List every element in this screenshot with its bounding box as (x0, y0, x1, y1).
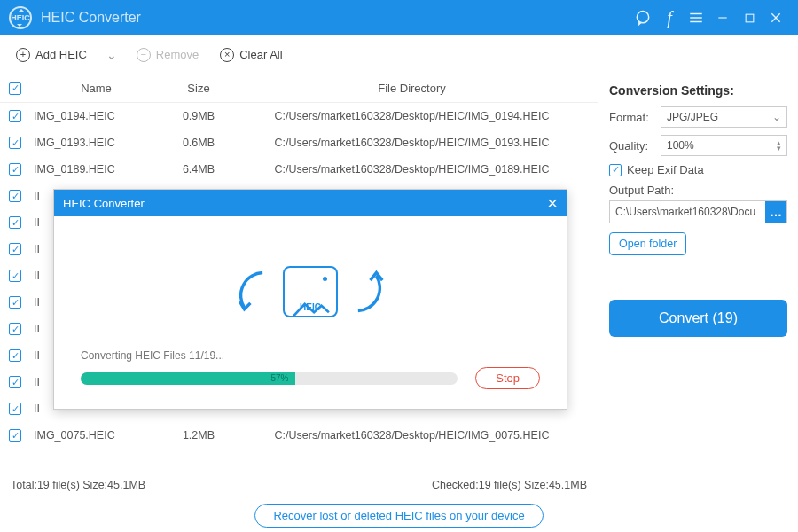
output-path-label: Output Path: (609, 184, 787, 197)
app-title: HEIC Converter (41, 10, 141, 26)
format-select[interactable]: JPG/JPEG ⌄ (661, 106, 787, 128)
minimize-icon[interactable] (709, 4, 736, 31)
app-logo-icon: HEIC (9, 6, 32, 29)
keep-exif-checkbox[interactable] (609, 164, 622, 176)
file-dir: C:/Users/market160328/Desktop/HEIC/IMG_0… (239, 110, 585, 122)
row-checkbox[interactable] (9, 243, 21, 255)
checked-status: Checked:19 file(s) Size:45.1MB (432, 479, 587, 491)
remove-button[interactable]: − Remove (131, 44, 204, 66)
format-label: Format: (609, 111, 655, 124)
row-checkbox[interactable] (9, 110, 21, 122)
chevron-down-icon: ⌄ (772, 111, 781, 123)
add-dropdown-chevron[interactable]: ⌄ (103, 48, 121, 62)
total-status: Total:19 file(s) Size:45.1MB (11, 479, 145, 491)
toolbar: + Add HEIC ⌄ − Remove × Clear All (0, 35, 798, 74)
table-header: Name Size File Directory (0, 74, 598, 103)
row-checkbox[interactable] (9, 163, 21, 176)
arrow-right-icon (348, 265, 387, 318)
row-checkbox[interactable] (9, 323, 21, 335)
facebook-icon[interactable]: f (656, 4, 683, 31)
file-name: IMG_0189.HEIC (30, 163, 159, 176)
conversion-animation: HEIC (81, 234, 540, 349)
quality-label: Quality: (609, 139, 655, 153)
row-checkbox[interactable] (9, 349, 21, 362)
quality-stepper[interactable]: 100% ▴▾ (661, 135, 787, 156)
progress-dialog: HEIC Converter × HEIC Converting HEIC Fi… (53, 189, 567, 410)
keep-exif-label: Keep Exif Data (627, 163, 704, 176)
table-row[interactable]: IMG_0193.HEIC0.6MBC:/Users/market160328/… (0, 129, 598, 156)
dialog-title: HEIC Converter (63, 197, 145, 210)
convert-button[interactable]: Convert (19) (609, 300, 787, 337)
row-checkbox[interactable] (9, 137, 21, 149)
col-dir[interactable]: File Directory (239, 82, 585, 95)
progress-bar: 57% (81, 372, 458, 385)
file-name: IMG_0194.HEIC (30, 110, 159, 122)
feedback-icon[interactable] (630, 4, 656, 31)
dialog-close-icon[interactable]: × (547, 194, 558, 212)
col-name[interactable]: Name (30, 82, 159, 95)
table-row[interactable]: IMG_0194.HEIC0.9MBC:/Users/market160328/… (0, 103, 598, 129)
stop-button[interactable]: Stop (475, 367, 540, 389)
select-all-checkbox[interactable] (9, 82, 21, 95)
row-checkbox[interactable] (9, 296, 21, 309)
titlebar: HEIC HEIC Converter f (0, 0, 798, 35)
add-heic-button[interactable]: + Add HEIC (11, 44, 92, 66)
file-size: 6.4MB (159, 163, 239, 176)
row-checkbox[interactable] (9, 270, 21, 282)
row-checkbox[interactable] (9, 216, 21, 229)
file-name: IMG_0075.HEIC (30, 429, 159, 442)
settings-panel: Conversion Settings: Format: JPG/JPEG ⌄ … (598, 74, 798, 497)
file-size: 0.9MB (159, 110, 239, 122)
maximize-icon[interactable] (736, 4, 763, 31)
settings-heading: Conversion Settings: (609, 83, 787, 98)
table-row[interactable]: IMG_0189.HEIC6.4MBC:/Users/market160328/… (0, 156, 598, 183)
stepper-icon: ▴▾ (777, 140, 781, 152)
arrow-left-icon (233, 265, 272, 318)
file-dir: C:/Users/market160328/Desktop/HEIC/IMG_0… (239, 137, 585, 149)
heic-file-icon: HEIC (283, 266, 338, 317)
file-dir: C:/Users/market160328/Desktop/HEIC/IMG_0… (239, 163, 585, 176)
quality-value: 100% (667, 139, 694, 152)
col-size[interactable]: Size (159, 82, 239, 95)
progress-fill: 57% (81, 372, 295, 385)
file-dir: C:/Users/market160328/Desktop/HEIC/IMG_0… (239, 429, 585, 442)
progress-text: Converting HEIC Files 11/19... (81, 349, 540, 362)
status-bar: Total:19 file(s) Size:45.1MB Checked:19 … (0, 473, 598, 497)
x-icon: × (220, 48, 234, 62)
open-folder-button[interactable]: Open folder (609, 232, 686, 255)
output-path-input[interactable] (610, 206, 765, 218)
row-checkbox[interactable] (9, 190, 21, 202)
row-checkbox[interactable] (9, 429, 21, 442)
table-row[interactable]: IMG_0075.HEIC1.2MBC:/Users/market160328/… (0, 422, 598, 449)
footer: Recover lost or deleted HEIC files on yo… (0, 497, 798, 532)
add-heic-label: Add HEIC (35, 48, 87, 61)
row-checkbox[interactable] (9, 376, 21, 388)
browse-button[interactable]: … (765, 201, 786, 223)
remove-label: Remove (156, 48, 199, 61)
menu-icon[interactable] (683, 4, 709, 31)
file-size: 1.2MB (159, 429, 239, 442)
plus-icon: + (16, 48, 30, 62)
file-size: 0.6MB (159, 137, 239, 149)
format-value: JPG/JPEG (667, 111, 718, 123)
row-checkbox[interactable] (9, 403, 21, 415)
svg-rect-5 (746, 14, 754, 22)
file-name: IMG_0193.HEIC (30, 137, 159, 149)
minus-icon: − (137, 48, 151, 62)
recover-files-button[interactable]: Recover lost or deleted HEIC files on yo… (254, 504, 543, 528)
clear-all-button[interactable]: × Clear All (215, 44, 287, 66)
clear-all-label: Clear All (239, 48, 282, 61)
close-icon[interactable] (763, 4, 789, 31)
